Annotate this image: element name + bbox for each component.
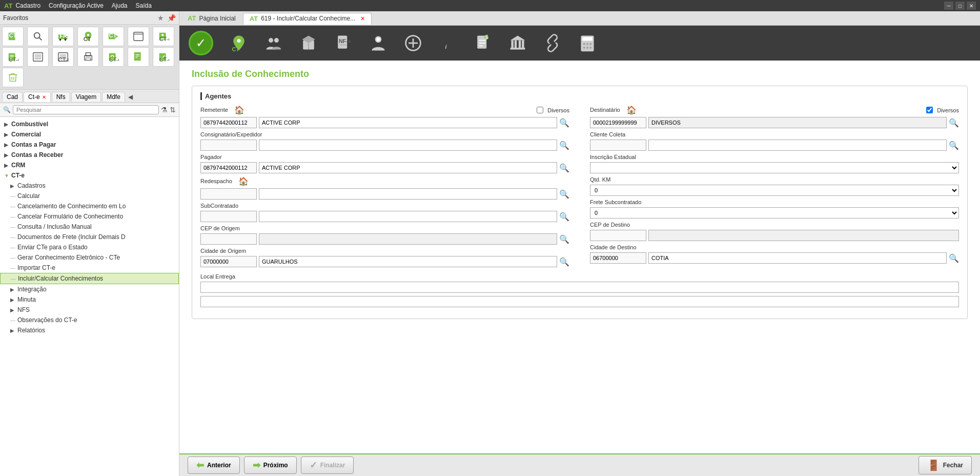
tree-item-nfs[interactable]: ▶ NFS xyxy=(0,305,179,315)
fechar-button[interactable]: 🚪 Fechar xyxy=(918,456,972,474)
menu-cadastro[interactable]: Cadastro xyxy=(15,2,40,9)
icon-cte-doc[interactable] xyxy=(128,47,149,67)
window-controls[interactable]: ─ □ ✕ xyxy=(944,2,976,10)
toolbar-plus-button[interactable] xyxy=(401,32,425,54)
menu-configuracao[interactable]: Configuração Active xyxy=(49,2,104,9)
tree-item-comercial[interactable]: ▶ Comercial xyxy=(0,129,179,140)
toolbar-calc-button[interactable] xyxy=(575,32,600,54)
minimize-button[interactable]: ─ xyxy=(944,2,953,10)
icon-cte-check[interactable]: CT-e xyxy=(153,47,174,67)
pagador-name-input[interactable] xyxy=(259,162,557,173)
sidebar-tab-more[interactable]: ◀ xyxy=(128,93,133,101)
destinatario-code-input[interactable] xyxy=(590,117,646,128)
tree-item-combustivel[interactable]: ▶ Combustível xyxy=(0,119,179,129)
sidebar-tab-cte-close[interactable]: ✕ xyxy=(42,94,46,100)
sidebar-tab-cad[interactable]: Cad xyxy=(2,92,23,102)
sort-icon[interactable]: ⇅ xyxy=(170,106,176,114)
icon-cte-edit[interactable]: CT-e xyxy=(2,47,24,67)
cidadedestino-code-input[interactable] xyxy=(590,252,646,264)
tree-item-observacoes[interactable]: — Observações do CT-e xyxy=(0,315,179,325)
icon-cte-person[interactable]: CT-e xyxy=(153,27,174,46)
tree-item-documentos[interactable]: — Documentos de Frete (Incluir Demais D xyxy=(0,232,179,242)
destinatario-diversos-checkbox[interactable] xyxy=(926,107,933,113)
redespacho-code-input[interactable] xyxy=(200,188,257,200)
toolbar-driver-button[interactable] xyxy=(366,32,391,54)
icon-cte-arrow[interactable]: CT xyxy=(103,27,124,46)
subcontratado-search-button[interactable]: 🔍 xyxy=(559,212,569,222)
toolbar-nfe-button[interactable]: NF-e xyxy=(331,32,356,54)
icon-list[interactable] xyxy=(27,47,49,67)
redespacho-name-input[interactable] xyxy=(259,188,557,200)
cidadedestino-search-button[interactable]: 🔍 xyxy=(949,253,959,263)
tree-item-cte[interactable]: ▼ CT-e xyxy=(0,170,179,181)
sidebar-tab-viagem[interactable]: Viagem xyxy=(71,92,101,102)
consignatario-name-input[interactable] xyxy=(259,140,557,151)
remetente-search-button[interactable]: 🔍 xyxy=(559,118,569,128)
toolbar-info-button[interactable]: i xyxy=(436,32,460,54)
cepdestino-code-input[interactable] xyxy=(590,230,646,241)
toolbar-link-button[interactable] xyxy=(540,32,565,54)
pin-icon[interactable]: 📌 xyxy=(167,14,176,22)
icon-search[interactable] xyxy=(27,27,49,46)
icon-cte-e1[interactable]: CT-e xyxy=(2,27,24,46)
sidebar-tab-nfs[interactable]: Nfs xyxy=(52,92,70,102)
favorites-icons[interactable]: ★ 📌 xyxy=(157,14,176,22)
cidadeorigem-name-input[interactable] xyxy=(259,256,557,267)
subcontratado-name-input[interactable] xyxy=(259,211,557,222)
clientecoleta-search-button[interactable]: 🔍 xyxy=(949,141,959,150)
menu-saida[interactable]: Saída xyxy=(136,2,152,9)
app-tab-619-close[interactable]: ✕ xyxy=(360,15,365,22)
anterior-button[interactable]: ⬅ Anterior xyxy=(188,457,240,474)
tree-item-incluircalcular[interactable]: — Incluir/Calcular Conhecimentos xyxy=(0,273,179,284)
toolbar-bank-button[interactable] xyxy=(505,32,530,54)
tree-item-relatorios[interactable]: ▶ Relatórios xyxy=(0,325,179,335)
clientecoleta-code-input[interactable] xyxy=(590,140,646,151)
toolbar-box-button[interactable] xyxy=(296,32,321,54)
sidebar-tab-bar[interactable]: Cad Ct-e ✕ Nfs Viagem Mdfe ◀ xyxy=(0,90,179,103)
tree-item-cancelamento[interactable]: — Cancelamento de Conhecimento em Lo xyxy=(0,201,179,211)
tree-item-importarcte[interactable]: — Importar CT-e xyxy=(0,263,179,273)
cidadedestino-name-input[interactable] xyxy=(648,252,947,264)
localentrega-input1[interactable] xyxy=(200,282,959,293)
menu-ajuda[interactable]: Ajuda xyxy=(112,2,128,9)
icon-print[interactable] xyxy=(77,47,99,67)
icon-trash[interactable] xyxy=(2,68,24,87)
toolbar-people-button[interactable] xyxy=(261,32,286,54)
icon-cte-list[interactable]: CT-e xyxy=(52,47,74,67)
app-tab-bar[interactable]: AT Página Inicial AT 619 - Incluir/Calcu… xyxy=(179,11,980,26)
close-button[interactable]: ✕ xyxy=(967,2,976,10)
ceporigem-name-input[interactable] xyxy=(259,233,557,245)
remetente-name-input[interactable] xyxy=(259,117,557,128)
tree-item-contaspagar[interactable]: ▶ Contas a Pagar xyxy=(0,140,179,150)
ceporigem-code-input[interactable] xyxy=(200,233,257,245)
search-input[interactable] xyxy=(13,105,159,114)
star-icon[interactable]: ★ xyxy=(157,14,164,22)
toolbar-doc-button[interactable]: $ xyxy=(471,32,495,54)
icon-window[interactable] xyxy=(128,27,149,46)
toolbar-check-button[interactable]: ✓ xyxy=(186,29,216,57)
subcontratado-code-input[interactable] xyxy=(200,211,257,222)
inscricao-select[interactable] xyxy=(590,162,959,173)
maximize-button[interactable]: □ xyxy=(955,2,965,10)
cidadeorigem-code-input[interactable] xyxy=(200,256,257,267)
app-tab-home[interactable]: AT Página Inicial xyxy=(181,13,242,24)
tree-item-cancelarformulario[interactable]: — Cancelar Formulário de Conhecimento xyxy=(0,211,179,222)
toolbar-map-button[interactable]: CT xyxy=(227,32,251,54)
tree-item-crm[interactable]: ▶ CRM xyxy=(0,160,179,170)
tree-item-gerarcte[interactable]: — Gerar Conhecimento Eletrônico - CTe xyxy=(0,252,179,263)
filter-icon[interactable]: ⚗ xyxy=(161,106,168,114)
proximo-button[interactable]: ➡ Próximo xyxy=(244,457,297,474)
cepdestino-name-input[interactable] xyxy=(648,230,959,241)
sidebar-tab-mdfe[interactable]: Mdfe xyxy=(102,92,125,102)
cidadeorigem-search-button[interactable]: 🔍 xyxy=(559,257,569,267)
tree-item-cadastros[interactable]: ▶ Cadastros xyxy=(0,181,179,191)
tree-item-contasreceber[interactable]: ▶ Contas a Receber xyxy=(0,150,179,160)
localentrega-input2[interactable] xyxy=(200,296,959,307)
redespacho-home-icon[interactable]: 🏠 xyxy=(238,176,249,186)
destinatario-home-icon[interactable]: 🏠 xyxy=(626,105,637,115)
clientecoleta-name-input[interactable] xyxy=(648,140,947,151)
consignatario-code-input[interactable] xyxy=(200,140,257,151)
remetente-code-input[interactable] xyxy=(200,117,257,128)
remetente-diversos-checkbox[interactable] xyxy=(537,107,543,113)
menu-bar[interactable]: Cadastro Configuração Active Ajuda Saída xyxy=(15,2,944,9)
